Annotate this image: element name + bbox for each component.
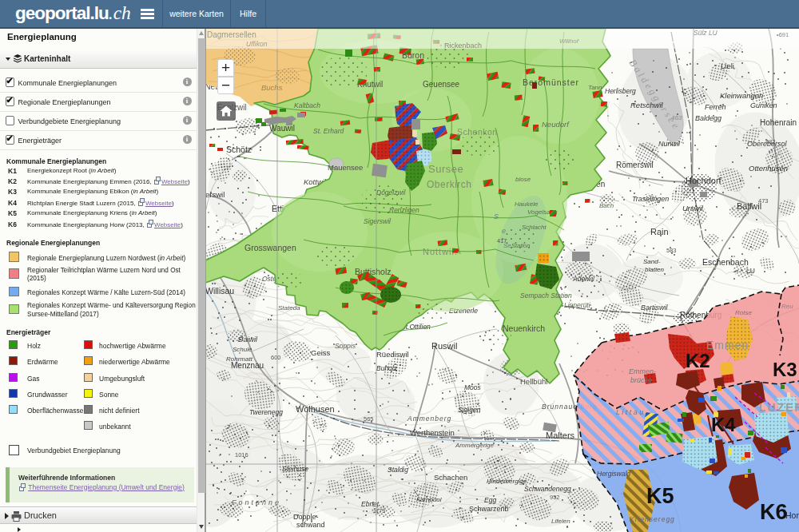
svg-text:565: 565 bbox=[364, 415, 374, 423]
svg-text:463: 463 bbox=[671, 114, 682, 121]
svg-text:Hochdorf: Hochdorf bbox=[686, 176, 722, 185]
svg-text:Schwarzenb: Schwarzenb bbox=[469, 505, 509, 513]
svg-text:Geuensee: Geuensee bbox=[423, 80, 460, 89]
svg-text:Bach: Bach bbox=[599, 202, 614, 209]
svg-text:Station: Station bbox=[511, 242, 530, 249]
svg-text:Grosswangen: Grosswangen bbox=[244, 243, 296, 252]
svg-text:Sempach Station: Sempach Station bbox=[520, 292, 572, 300]
svg-text:Baldegg: Baldegg bbox=[695, 114, 721, 122]
svg-text:Schlacht: Schlacht bbox=[522, 224, 547, 231]
svg-text:K3: K3 bbox=[773, 359, 797, 380]
svg-text:Schwandenegg: Schwandenegg bbox=[524, 485, 571, 493]
svg-text:Sand-: Sand- bbox=[643, 258, 661, 265]
svg-text:erswil: erswil bbox=[205, 190, 225, 199]
svg-text:Herlisberg: Herlisberg bbox=[605, 87, 636, 95]
svg-text:Nunwil: Nunwil bbox=[658, 140, 681, 148]
svg-text:Haukele: Haukele bbox=[515, 200, 539, 208]
svg-text:Sülz LU: Sülz LU bbox=[694, 29, 718, 37]
svg-text:e: e bbox=[502, 227, 506, 235]
svg-text:Bartiswil: Bartiswil bbox=[641, 304, 669, 312]
svg-text:Berömünster: Berömünster bbox=[523, 77, 579, 87]
svg-text:LU: LU bbox=[746, 267, 755, 275]
svg-text:Hohenrain: Hohenrain bbox=[760, 118, 797, 127]
svg-text:Guniken: Guniken bbox=[750, 101, 777, 109]
svg-text:1016: 1016 bbox=[235, 451, 248, 459]
svg-text:Dagmersellen: Dagmersellen bbox=[207, 30, 256, 39]
svg-text:482: 482 bbox=[765, 138, 776, 145]
svg-text:Egg: Egg bbox=[484, 496, 496, 504]
svg-text:Neuenkirch: Neuenkirch bbox=[503, 324, 545, 333]
svg-text:Horw: Horw bbox=[785, 510, 799, 520]
svg-text:Lipperüti: Lipperüti bbox=[564, 301, 591, 309]
svg-text:Renzligen: Renzligen bbox=[389, 206, 419, 214]
svg-text:Ottenhusen: Ottenhusen bbox=[749, 164, 788, 173]
svg-text:schwand: schwand bbox=[296, 521, 325, 529]
svg-text:K2: K2 bbox=[686, 350, 710, 371]
svg-text:Dopple-: Dopple- bbox=[293, 513, 319, 521]
svg-text:Schachen: Schachen bbox=[434, 473, 467, 482]
svg-text:Soppis: Soppis bbox=[335, 342, 356, 350]
svg-text:Rohrmatt: Rohrmatt bbox=[226, 355, 253, 363]
svg-text:Kaltbach: Kaltbach bbox=[294, 101, 320, 109]
svg-text:Tann: Tann bbox=[588, 84, 602, 91]
svg-text:Lieli: Lieli bbox=[721, 62, 734, 70]
svg-text:Lifelen: Lifelen bbox=[551, 518, 570, 525]
svg-text:Römerswil: Römerswil bbox=[616, 161, 654, 169]
svg-text:Reu: Reu bbox=[781, 303, 793, 310]
svg-text:Buholz: Buholz bbox=[376, 364, 398, 372]
svg-text:Geiss: Geiss bbox=[311, 348, 331, 357]
svg-text:Staldig: Staldig bbox=[388, 466, 408, 474]
svg-text:brücke: brücke bbox=[630, 376, 652, 384]
svg-text:Oberkirch: Oberkirch bbox=[427, 179, 472, 190]
svg-text:Eschenbach: Eschenbach bbox=[702, 257, 749, 267]
svg-text:952: 952 bbox=[550, 494, 560, 501]
svg-text:Kleinwangen: Kleinwangen bbox=[720, 91, 763, 100]
svg-text:Urswil: Urswil bbox=[682, 204, 704, 212]
svg-text:Schule: Schule bbox=[233, 346, 252, 353]
svg-text:Malters: Malters bbox=[546, 431, 575, 440]
svg-text:LUZERN: LUZERN bbox=[759, 401, 799, 414]
svg-text:Wilihof: Wilihof bbox=[559, 38, 579, 45]
svg-text:Stateda: Stateda bbox=[278, 304, 300, 312]
svg-text:Daiwil: Daiwil bbox=[238, 335, 258, 343]
svg-text:Ferren: Ferren bbox=[705, 103, 726, 111]
svg-text:Wolhusen: Wolhusen bbox=[296, 404, 335, 414]
svg-text:Adelwil: Adelwil bbox=[572, 275, 595, 283]
svg-text:S: S bbox=[494, 212, 499, 220]
svg-text:Fontanne: Fontanne bbox=[232, 498, 281, 506]
svg-text:K4: K4 bbox=[711, 414, 736, 435]
svg-text:Sursee: Sursee bbox=[428, 163, 463, 175]
svg-text:K6: K6 bbox=[760, 500, 788, 524]
svg-text:Steihuse: Steihuse bbox=[282, 465, 308, 473]
svg-text:Emmen: Emmen bbox=[706, 339, 749, 351]
svg-text:Sigerswil: Sigerswil bbox=[364, 217, 392, 225]
svg-text:Krienseregg: Krienseregg bbox=[630, 515, 675, 523]
svg-text:473: 473 bbox=[758, 197, 769, 204]
svg-text:Sigigen: Sigigen bbox=[458, 406, 481, 414]
svg-text:Hinderbergige: Hinderbergige bbox=[487, 478, 527, 485]
svg-text:blose: blose bbox=[515, 176, 531, 183]
svg-text:Twerenegg: Twerenegg bbox=[249, 408, 283, 416]
svg-text:Hergiswald: Hergiswald bbox=[597, 470, 630, 478]
svg-text:Buchs: Buchs bbox=[261, 83, 283, 92]
svg-text:Schenkon: Schenkon bbox=[457, 127, 498, 137]
svg-text:Schötz: Schötz bbox=[226, 145, 252, 154]
svg-text:Moos: Moos bbox=[464, 383, 482, 391]
svg-text:Farnbüol: Farnbüol bbox=[416, 496, 442, 503]
svg-text:Neudorf: Neudorf bbox=[542, 120, 570, 129]
svg-text:Traselingen: Traselingen bbox=[632, 195, 669, 203]
svg-text:Rain: Rain bbox=[650, 227, 669, 236]
svg-text:•691: •691 bbox=[777, 31, 789, 38]
svg-text:Uffikon: Uffikon bbox=[246, 40, 268, 48]
svg-text:Mauensee: Mauensee bbox=[328, 163, 363, 172]
svg-text:Willisau: Willisau bbox=[205, 286, 234, 296]
svg-text:Hellbühl: Hellbühl bbox=[520, 377, 547, 386]
svg-text:1173: 1173 bbox=[373, 508, 385, 514]
svg-text:Se: Se bbox=[503, 242, 511, 249]
svg-text:Werthenstein: Werthenstein bbox=[410, 428, 455, 437]
svg-text:St. Erhard: St. Erhard bbox=[313, 127, 344, 135]
svg-text:Ruswil: Ruswil bbox=[431, 341, 457, 351]
svg-text:Ammergerige: Ammergerige bbox=[455, 442, 495, 449]
svg-text:Retschwil: Retschwil bbox=[630, 101, 664, 109]
svg-text:Dogelzwil: Dogelzwil bbox=[376, 189, 406, 197]
